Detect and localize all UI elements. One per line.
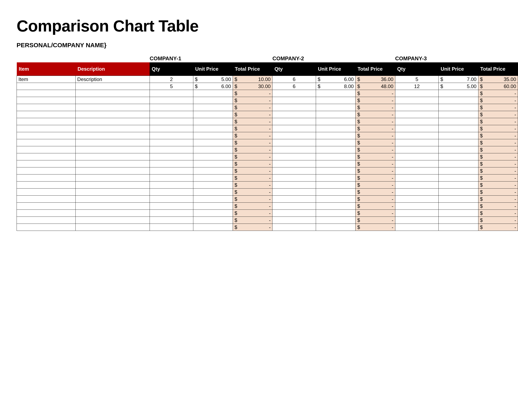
qty-cell[interactable]: 5 <box>395 76 439 83</box>
total-price-cell[interactable]: $- <box>233 111 272 118</box>
description-cell[interactable] <box>75 146 150 153</box>
description-cell[interactable] <box>75 90 150 97</box>
total-price-cell[interactable]: $- <box>356 104 395 111</box>
qty-cell[interactable] <box>272 224 316 231</box>
item-cell[interactable] <box>17 104 76 111</box>
unit-price-cell[interactable] <box>439 104 478 111</box>
qty-cell[interactable] <box>150 195 193 203</box>
unit-price-cell[interactable] <box>316 146 355 153</box>
description-cell[interactable] <box>75 167 150 174</box>
unit-price-cell[interactable]: $5.00 <box>439 83 478 90</box>
qty-cell[interactable] <box>272 104 316 111</box>
unit-price-cell[interactable] <box>316 188 355 195</box>
qty-cell[interactable] <box>395 203 439 210</box>
unit-price-cell[interactable] <box>316 97 355 104</box>
total-price-cell[interactable]: $- <box>478 139 518 146</box>
unit-price-cell[interactable] <box>193 203 233 210</box>
unit-price-cell[interactable] <box>439 160 478 167</box>
unit-price-cell[interactable]: $7.00 <box>439 76 478 83</box>
unit-price-cell[interactable] <box>193 217 233 224</box>
item-cell[interactable] <box>17 139 76 146</box>
total-price-cell[interactable]: $- <box>233 217 272 224</box>
total-price-cell[interactable]: $- <box>478 118 518 125</box>
total-price-cell[interactable]: $- <box>478 210 518 217</box>
unit-price-cell[interactable] <box>193 111 233 118</box>
total-price-cell[interactable]: $- <box>478 224 518 231</box>
unit-price-cell[interactable] <box>316 153 355 160</box>
unit-price-cell[interactable] <box>316 90 355 97</box>
qty-cell[interactable] <box>395 160 439 167</box>
total-price-cell[interactable]: $- <box>356 174 395 181</box>
total-price-cell[interactable]: $36.00 <box>356 76 395 83</box>
total-price-cell[interactable]: $- <box>233 97 272 104</box>
item-cell[interactable] <box>17 160 76 167</box>
qty-cell[interactable]: 12 <box>395 83 439 90</box>
unit-price-cell[interactable] <box>439 217 478 224</box>
qty-cell[interactable] <box>272 153 316 160</box>
item-cell[interactable] <box>17 181 76 188</box>
qty-cell[interactable] <box>150 217 193 224</box>
total-price-cell[interactable]: $- <box>356 210 395 217</box>
item-cell[interactable] <box>17 224 76 231</box>
unit-price-cell[interactable] <box>193 146 233 153</box>
qty-cell[interactable] <box>395 139 439 146</box>
unit-price-cell[interactable] <box>193 160 233 167</box>
qty-cell[interactable] <box>395 153 439 160</box>
qty-cell[interactable]: 5 <box>150 83 193 90</box>
qty-cell[interactable]: 6 <box>272 83 316 90</box>
qty-cell[interactable]: 6 <box>272 76 316 83</box>
unit-price-cell[interactable] <box>193 125 233 132</box>
item-cell[interactable] <box>17 97 76 104</box>
qty-cell[interactable] <box>272 195 316 203</box>
unit-price-cell[interactable] <box>439 139 478 146</box>
total-price-cell[interactable]: $- <box>478 90 518 97</box>
item-cell[interactable] <box>17 125 76 132</box>
total-price-cell[interactable]: $- <box>356 195 395 203</box>
unit-price-cell[interactable] <box>439 195 478 203</box>
total-price-cell[interactable]: $- <box>233 195 272 203</box>
total-price-cell[interactable]: $- <box>478 97 518 104</box>
unit-price-cell[interactable] <box>316 203 355 210</box>
unit-price-cell[interactable] <box>316 224 355 231</box>
unit-price-cell[interactable] <box>193 167 233 174</box>
total-price-cell[interactable]: $- <box>356 97 395 104</box>
total-price-cell[interactable]: $- <box>233 104 272 111</box>
unit-price-cell[interactable] <box>193 195 233 203</box>
qty-cell[interactable] <box>395 132 439 139</box>
total-price-cell[interactable]: $- <box>356 160 395 167</box>
unit-price-cell[interactable] <box>193 139 233 146</box>
total-price-cell[interactable]: $60.00 <box>478 83 518 90</box>
unit-price-cell[interactable] <box>316 132 355 139</box>
description-cell[interactable] <box>75 210 150 217</box>
unit-price-cell[interactable] <box>439 111 478 118</box>
unit-price-cell[interactable] <box>439 153 478 160</box>
qty-cell[interactable] <box>395 118 439 125</box>
qty-cell[interactable] <box>272 97 316 104</box>
qty-cell[interactable] <box>150 97 193 104</box>
total-price-cell[interactable]: $- <box>233 210 272 217</box>
qty-cell[interactable] <box>150 132 193 139</box>
total-price-cell[interactable]: $- <box>356 111 395 118</box>
unit-price-cell[interactable] <box>439 146 478 153</box>
unit-price-cell[interactable] <box>193 97 233 104</box>
qty-cell[interactable]: 2 <box>150 76 193 83</box>
qty-cell[interactable] <box>395 181 439 188</box>
qty-cell[interactable] <box>395 174 439 181</box>
item-cell[interactable] <box>17 153 76 160</box>
description-cell[interactable] <box>75 217 150 224</box>
unit-price-cell[interactable]: $6.00 <box>316 76 355 83</box>
total-price-cell[interactable]: $- <box>233 132 272 139</box>
item-cell[interactable] <box>17 111 76 118</box>
unit-price-cell[interactable] <box>316 125 355 132</box>
unit-price-cell[interactable] <box>439 174 478 181</box>
total-price-cell[interactable]: $35.00 <box>478 76 518 83</box>
qty-cell[interactable] <box>395 90 439 97</box>
description-cell[interactable] <box>75 118 150 125</box>
qty-cell[interactable] <box>150 210 193 217</box>
unit-price-cell[interactable] <box>316 174 355 181</box>
total-price-cell[interactable]: $- <box>356 167 395 174</box>
total-price-cell[interactable]: $- <box>478 181 518 188</box>
qty-cell[interactable] <box>150 104 193 111</box>
qty-cell[interactable] <box>272 203 316 210</box>
description-cell[interactable] <box>75 153 150 160</box>
